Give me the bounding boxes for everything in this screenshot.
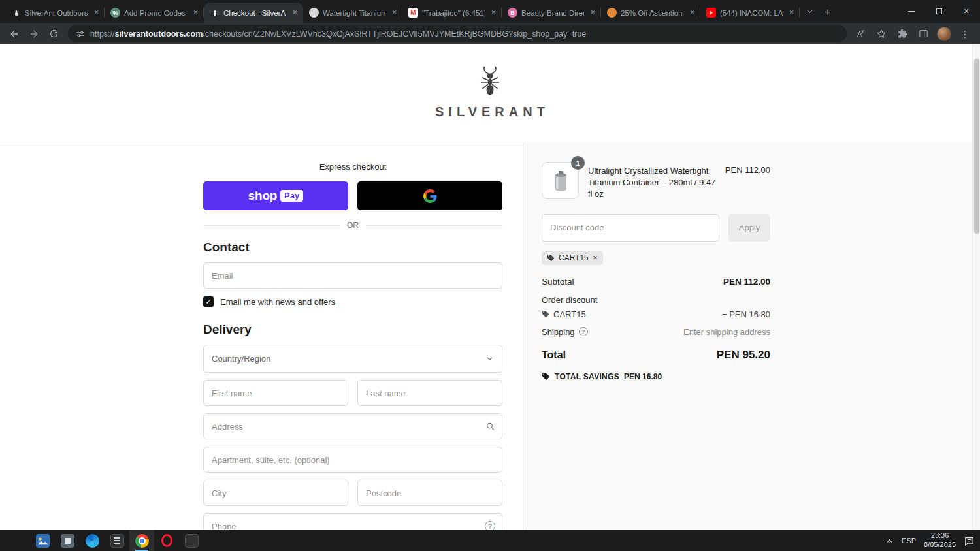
tag-icon xyxy=(547,254,555,262)
total-savings-value: PEN 16.80 xyxy=(624,372,662,381)
tab-title: Checkout - SilverAnt Out xyxy=(223,9,286,17)
taskbar-chrome-icon[interactable] xyxy=(129,530,154,551)
tag-icon xyxy=(542,310,549,318)
store-logo[interactable]: SILVERANT xyxy=(431,65,549,119)
tab-title: Beauty Brand Directory – xyxy=(521,9,584,17)
postcode-input[interactable] xyxy=(357,480,502,506)
maximize-button[interactable] xyxy=(925,0,953,23)
taskbar-file-explorer-icon[interactable] xyxy=(55,530,80,551)
browser-toolbar: https://silverantoutdoors.com/checkouts/… xyxy=(0,23,980,44)
system-tray: ESP 23:36 8/05/2025 xyxy=(885,531,980,550)
tab-close-icon[interactable]: ✕ xyxy=(687,8,697,18)
extensions-puzzle-icon[interactable] xyxy=(894,25,911,42)
order-summary-column: 1 Ultralight Crystallized Watertight Tit… xyxy=(523,142,980,530)
close-window-button[interactable]: ✕ xyxy=(953,0,980,23)
new-tab-button[interactable]: + xyxy=(819,3,836,20)
tab-close-icon[interactable]: ✕ xyxy=(787,8,796,18)
silverant-favicon xyxy=(210,8,220,18)
last-name-input[interactable] xyxy=(357,380,502,406)
phone-input[interactable] xyxy=(203,513,502,530)
tab-close-icon[interactable]: ✕ xyxy=(91,8,101,18)
newsletter-row: ✓ Email me with news and offers xyxy=(203,296,502,307)
tab-gmail[interactable]: M "Trabajitoo" (6.451) - 111 ✕ xyxy=(402,3,502,23)
tab-ascention-offer[interactable]: 25% Off Ascention Beaut ✕ xyxy=(601,3,700,23)
silverant-favicon xyxy=(11,8,21,18)
newsletter-checkbox[interactable]: ✓ xyxy=(203,296,214,307)
or-divider: OR xyxy=(203,221,502,230)
country-region-select[interactable]: Country/Region xyxy=(203,345,502,373)
address-input[interactable] xyxy=(203,413,502,439)
tab-close-icon[interactable]: ✕ xyxy=(588,8,598,18)
bookmark-star-icon[interactable] xyxy=(873,25,890,42)
country-region-placeholder: Country/Region xyxy=(212,354,270,364)
discount-code-input[interactable] xyxy=(542,214,719,242)
back-button[interactable] xyxy=(5,25,24,43)
tab-youtube[interactable]: (544) INACOM: LA NU ✕ xyxy=(700,3,800,23)
toolbar-right-icons: ⋮ xyxy=(852,25,975,42)
browser-menu-icon[interactable]: ⋮ xyxy=(956,25,973,42)
tab-checkout-active[interactable]: Checkout - SilverAnt Out ✕ xyxy=(204,3,303,23)
tab-close-icon[interactable]: ✕ xyxy=(290,8,300,18)
taskbar-edge-icon[interactable] xyxy=(80,530,105,551)
tab-close-icon[interactable]: ✕ xyxy=(489,8,498,18)
remove-discount-icon[interactable]: ✕ xyxy=(593,255,598,261)
promo-site-favicon: % xyxy=(110,8,120,18)
discount-code-row: Apply xyxy=(542,214,770,242)
browser-tab-strip: SilverAnt Outdoors Promo ✕ % Add Promo C… xyxy=(0,0,980,23)
tab-add-promo-codes[interactable]: % Add Promo Codes for Sil ✕ xyxy=(105,3,204,23)
shop-pay-button[interactable]: shop Pay xyxy=(203,181,348,210)
scrollbar-thumb[interactable] xyxy=(974,59,979,234)
avatar-image xyxy=(937,27,951,41)
product-title: Ultralight Crystallized Watertight Titan… xyxy=(588,162,716,200)
phone-help-icon[interactable]: ? xyxy=(485,521,495,530)
language-indicator[interactable]: ESP xyxy=(902,537,916,544)
shipping-help-icon[interactable]: ? xyxy=(579,327,588,336)
first-name-input[interactable] xyxy=(203,380,348,406)
reload-button[interactable] xyxy=(44,25,63,43)
taskbar-opera-icon[interactable] xyxy=(154,530,179,551)
profile-avatar[interactable] xyxy=(936,25,953,42)
apply-discount-button[interactable]: Apply xyxy=(728,214,770,242)
tab-close-icon[interactable]: ✕ xyxy=(389,8,399,18)
header-divider xyxy=(0,142,523,142)
tab-title: Watertight Titanium Cont xyxy=(323,9,385,17)
store-header: SILVERANT xyxy=(0,44,980,142)
subtotal-value: PEN 112.00 xyxy=(723,277,770,287)
notification-center-icon[interactable] xyxy=(964,535,975,546)
discount-chip[interactable]: CART15 ✕ xyxy=(542,251,603,265)
site-settings-icon[interactable] xyxy=(76,29,85,39)
product-price: PEN 112.00 xyxy=(725,162,770,175)
taskbar-photos-app-icon[interactable] xyxy=(30,530,55,551)
tab-search-chevron-icon[interactable] xyxy=(801,3,818,20)
tab-strip-aux: + xyxy=(801,0,836,23)
discount-amount: − PEN 16.80 xyxy=(722,309,770,319)
taskbar-clock[interactable]: 23:36 8/05/2025 xyxy=(924,531,956,550)
youtube-favicon xyxy=(706,8,716,18)
side-panel-icon[interactable] xyxy=(915,25,932,42)
address-search-icon xyxy=(485,422,495,432)
tab-silverant-promo[interactable]: SilverAnt Outdoors Promo ✕ xyxy=(5,3,105,23)
tab-beauty-directory[interactable]: B Beauty Brand Directory – ✕ xyxy=(502,3,601,23)
page-scrollbar[interactable] xyxy=(972,44,980,530)
tab-title: 25% Off Ascention Beaut xyxy=(621,9,683,17)
apartment-input[interactable] xyxy=(203,447,502,473)
newsletter-label: Email me with news and offers xyxy=(220,297,335,307)
address-bar[interactable]: https://silverantoutdoors.com/checkouts/… xyxy=(68,25,847,42)
google-g-icon xyxy=(423,189,437,203)
google-pay-button[interactable] xyxy=(357,181,502,210)
shipping-label: Shipping xyxy=(542,327,575,337)
taskbar-dark-app-icon[interactable] xyxy=(105,530,129,551)
translate-icon[interactable] xyxy=(852,25,869,42)
tab-watertight-titanium[interactable]: Watertight Titanium Cont ✕ xyxy=(303,3,402,23)
gmail-favicon: M xyxy=(408,8,418,18)
checkout-form-column: Express checkout shop Pay xyxy=(0,142,523,530)
product-page-favicon xyxy=(309,8,319,18)
tab-close-icon[interactable]: ✕ xyxy=(191,8,201,18)
email-input[interactable] xyxy=(203,262,502,289)
forward-button[interactable] xyxy=(25,25,43,43)
tray-chevron-up-icon[interactable] xyxy=(885,537,894,545)
taskbar-app-icon[interactable] xyxy=(179,530,204,551)
taskbar-time: 23:36 xyxy=(924,531,956,541)
minimize-button[interactable] xyxy=(898,0,925,23)
city-input[interactable] xyxy=(203,480,348,506)
